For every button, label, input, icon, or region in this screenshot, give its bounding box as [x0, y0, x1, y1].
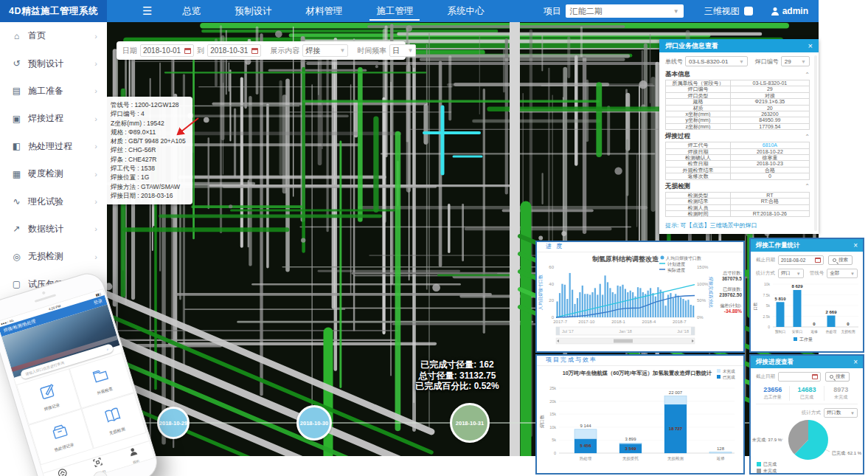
- table-row: 所属单线号（管段号）03-LS-8320-01: [666, 80, 810, 86]
- line-select[interactable]: 全部▼: [827, 269, 858, 278]
- svg-text:计划进度: 计划进度: [667, 261, 685, 267]
- svg-text:返修: 返修: [717, 456, 726, 461]
- phone-nav-我的[interactable]: 我的: [114, 441, 154, 469]
- date-input[interactable]: [778, 372, 821, 382]
- stat-mode-label: 统计方式: [802, 410, 821, 416]
- nav-item-4[interactable]: 系统中心: [430, 0, 501, 22]
- svg-text:2 669: 2 669: [825, 310, 837, 314]
- timeline-date-circle[interactable]: 2018-10-30: [296, 405, 332, 441]
- chevron-down-icon: ▼: [673, 8, 679, 15]
- search-button[interactable]: 搜索: [828, 255, 853, 265]
- line-label: 管线号: [810, 270, 824, 277]
- table-row: 检测类型RT: [666, 192, 810, 198]
- prepare-icon: ▤: [11, 86, 22, 96]
- svg-text:5k: 5k: [552, 438, 556, 442]
- date-label: 截止日期: [756, 257, 775, 263]
- tooltip-line: 焊接位置 : 1G: [111, 173, 187, 182]
- svg-text:0: 0: [768, 325, 770, 329]
- tooltip-line: 管线号 : 1200-12GW128: [111, 100, 187, 109]
- svg-text:5 810: 5 810: [774, 297, 786, 301]
- timeline-date-circle[interactable]: 2018-10-29: [157, 407, 190, 439]
- view3d-toggle[interactable]: [744, 7, 753, 15]
- close-icon[interactable]: ×: [853, 358, 858, 366]
- stat-block: 14683已完成: [790, 386, 824, 401]
- table-row: x坐标(mm)263200: [666, 111, 810, 117]
- svg-text:制氢原料结构调整改造: 制氢原料结构调整改造: [591, 255, 659, 263]
- top-nav: 4D精益施工管理系统 ☰ 总览预制设计材料管理施工管理系统中心 项目 汇能二期▼…: [0, 0, 819, 22]
- timeline-date-circle[interactable]: 2018-10-31: [450, 403, 490, 443]
- pointer-arrow: [172, 115, 201, 139]
- sidebar-item[interactable]: ▦硬度检测›: [0, 160, 107, 187]
- nav-item-2[interactable]: 材料管理: [288, 0, 359, 22]
- chevron-right-icon: ›: [94, 197, 97, 206]
- svg-text:返修: 返修: [810, 330, 818, 334]
- svg-text:2018-4: 2018-4: [642, 320, 656, 324]
- sidebar-item[interactable]: ◎无损检测›: [0, 243, 107, 270]
- svg-text:无损检测: 无损检测: [841, 329, 855, 334]
- date-to-input[interactable]: 2018-10-31: [207, 44, 261, 57]
- progress-chart-panel: 进 度 制氢原料结构调整改造人均日焊接寸口数计划进度实际进度02040600%5…: [535, 241, 745, 353]
- content-label: 展示内容: [270, 46, 299, 56]
- svg-text:2018-7: 2018-7: [673, 320, 687, 324]
- tab-project-efficiency[interactable]: 项目完成与效率: [546, 356, 597, 365]
- phone-nav-首页[interactable]: 首页: [44, 463, 84, 476]
- svg-text:367079.5: 367079.5: [722, 276, 742, 281]
- line-no-select[interactable]: 03-LS-8320-01▼: [685, 56, 748, 66]
- chevron-right-icon: ›: [94, 59, 97, 68]
- heat-treatment-icon: ◧: [11, 141, 22, 151]
- phone-camera: [42, 291, 46, 294]
- search-button[interactable]: 搜索: [825, 372, 850, 382]
- nav-item-0[interactable]: 总览: [165, 0, 218, 22]
- sidebar-item[interactable]: ⌂首页›: [0, 22, 107, 49]
- sidebar-item[interactable]: ▣焊接过程›: [0, 105, 107, 132]
- panel-title: 焊口业务信息查看: [665, 41, 718, 51]
- svg-text:0%: 0%: [697, 315, 704, 320]
- view3d-toggle-group: 三维视图: [704, 5, 753, 18]
- collapse-icon[interactable]: ⌃: [805, 72, 810, 78]
- svg-text:0: 0: [847, 322, 850, 326]
- stat-line: 已完成百分比: 0.52%: [383, 381, 531, 392]
- sidebar-item[interactable]: ◧热处理过程›: [0, 133, 107, 160]
- freq-label: 时间频率: [357, 46, 386, 56]
- nav-item-1[interactable]: 预制设计: [218, 0, 288, 22]
- svg-text:22 007: 22 007: [669, 390, 683, 395]
- hamburger-icon[interactable]: ☰: [142, 4, 152, 18]
- tooltip-line: 焊丝 : CHG-56R: [111, 145, 187, 154]
- collapse-icon[interactable]: ⌃: [805, 134, 810, 140]
- tab-progress[interactable]: 进 度: [546, 242, 563, 252]
- close-icon[interactable]: ×: [853, 241, 858, 249]
- sidebar-item[interactable]: ▤施工准备›: [0, 77, 107, 105]
- calendar-icon: [815, 258, 821, 263]
- date-input[interactable]: 2018-08-02: [778, 255, 824, 265]
- tooltip-line: 焊接方法 : GTAW/SMAW: [111, 182, 187, 191]
- project-select[interactable]: 汇能二期▼: [566, 4, 684, 18]
- calendar-icon: [251, 48, 258, 54]
- collapse-icon[interactable]: ⌃: [805, 183, 810, 190]
- svg-text:热处理: 热处理: [826, 329, 837, 334]
- sidebar-item[interactable]: ∿理化试验›: [0, 187, 107, 215]
- progress-view-panel: 焊接进度查看× 截止日期 搜索 23656总工作量14683已完成8973未完成…: [749, 354, 864, 475]
- table-row: y坐标(mm)84950.99: [666, 117, 810, 123]
- viewport-toolbar: 日期 2018-10-01 到 2018-10-31 展示内容 焊接▼ 时间频率…: [117, 41, 406, 60]
- user-icon: [771, 7, 780, 15]
- table-row: 检测时间RT:2018-10-26: [666, 210, 810, 216]
- table-row: 检查日期2018-10-23: [666, 161, 810, 167]
- close-icon[interactable]: ×: [808, 41, 813, 50]
- workload-stat-panel: 焊接工作量统计× 截止日期 2018-08-02 搜索 统计方式 焊口▼ 管线号…: [749, 238, 864, 353]
- freq-select[interactable]: 日▼: [389, 44, 416, 57]
- stat-mode-select[interactable]: 焊口▼: [778, 269, 804, 278]
- weld-no-select[interactable]: 29▼: [781, 56, 810, 66]
- svg-text:9 144: 9 144: [580, 424, 591, 428]
- content-select[interactable]: 焊接▼: [302, 44, 348, 57]
- svg-text:已焊接数:: 已焊接数:: [723, 286, 742, 292]
- sidebar-item[interactable]: ↗数据统计›: [0, 215, 107, 243]
- tooltip-line: 焊工代号 : 1538: [111, 164, 187, 173]
- svg-text:10k: 10k: [764, 282, 771, 286]
- nav-item-3[interactable]: 施工管理: [359, 0, 430, 22]
- stat-mode-select[interactable]: 焊口数▼: [824, 408, 858, 418]
- date-from-input[interactable]: 2018-10-01: [140, 44, 194, 57]
- user-menu[interactable]: admin: [771, 6, 808, 16]
- ndt-icon: ◎: [11, 252, 22, 262]
- sidebar-item[interactable]: ↺预制设计›: [0, 49, 107, 77]
- svg-text:焊接完成百分比: 焊接完成百分比: [708, 277, 714, 308]
